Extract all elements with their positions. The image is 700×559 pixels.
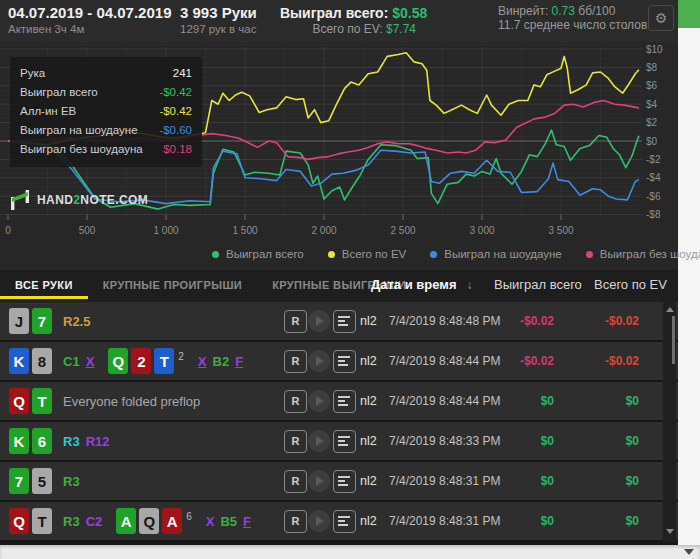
tab-all-hands[interactable]: ВСЕ РУКИ bbox=[0, 270, 88, 302]
card: Q bbox=[9, 508, 29, 534]
y-tick-label: $8 bbox=[646, 62, 658, 73]
tooltip-row: Выиграл без шоудауна$0.18 bbox=[20, 140, 192, 159]
session-header: 04.07.2019 - 04.07.2019 Активен 3ч 4м 3 … bbox=[0, 0, 678, 42]
column-header-total-ev[interactable]: Всего по EV bbox=[594, 270, 667, 302]
tooltip-label: Алл-ин ЕВ bbox=[20, 102, 76, 121]
table-row[interactable]: QTEveryone folded preflopRnl27/4/2019 8:… bbox=[0, 382, 678, 420]
ev-total-label: Всего по EV: bbox=[312, 22, 382, 36]
table-row[interactable]: K6R3R12Rnl27/4/2019 8:48:33 PM$0$0 bbox=[0, 422, 678, 460]
won-total-value: $0 bbox=[464, 394, 554, 408]
replayer-button[interactable]: R bbox=[284, 390, 307, 413]
legend-item[interactable]: Всего по EV bbox=[328, 248, 407, 260]
play-button[interactable] bbox=[308, 350, 330, 372]
card: Q bbox=[9, 388, 29, 414]
replayer-button[interactable]: R bbox=[284, 350, 307, 373]
won-total-value: $0 bbox=[464, 514, 554, 528]
x-tick-label: 3 500 bbox=[548, 225, 573, 236]
column-header-label: Выиграл всего bbox=[494, 277, 582, 292]
x-tick-label: 1 500 bbox=[232, 225, 257, 236]
card: 7 bbox=[9, 468, 29, 494]
legend-item[interactable]: Выиграл без шоудауна bbox=[586, 248, 700, 260]
hand-history-button[interactable] bbox=[333, 470, 356, 493]
hands-block: 3 993 Руки 1297 рук в час bbox=[180, 4, 257, 36]
card: 2 bbox=[131, 348, 151, 374]
total-ev-value: $0 bbox=[549, 434, 639, 448]
total-ev-value: $0 bbox=[549, 394, 639, 408]
hands-table: J7R2.5Rnl27/4/2019 8:48:48 PM-$0.02-$0.0… bbox=[0, 302, 678, 542]
scroll-down-icon[interactable] bbox=[666, 529, 674, 534]
stake-label: nl2 bbox=[360, 514, 377, 528]
table-scrollbar[interactable] bbox=[663, 302, 676, 542]
tooltip-row: Выиграл на шоудауне-$0.60 bbox=[20, 121, 192, 140]
stake-label: nl2 bbox=[360, 474, 377, 488]
scroll-up-icon[interactable] bbox=[666, 307, 674, 312]
card: K bbox=[9, 428, 29, 454]
play-button[interactable] bbox=[308, 310, 330, 332]
y-tick-label: $0 bbox=[646, 136, 658, 147]
window-scrollbar[interactable] bbox=[678, 0, 700, 545]
tooltip-label: Выиграл на шоудауне bbox=[20, 121, 138, 140]
card: Q bbox=[139, 508, 159, 534]
legend-dot-icon bbox=[328, 251, 335, 258]
results-graph[interactable]: 05001 0001 5002 0002 5003 0003 500$10$8$… bbox=[0, 42, 678, 270]
hands-per-hour: 1297 рук в час bbox=[180, 22, 257, 36]
card: A bbox=[162, 508, 182, 534]
table-row[interactable]: K8C1XQ2T2XB2FRnl27/4/2019 8:48:44 PM-$0.… bbox=[0, 342, 678, 380]
stake-label: nl2 bbox=[360, 314, 377, 328]
hand2note-logo-icon bbox=[9, 190, 31, 210]
winrate-label: Винрейт: bbox=[498, 4, 548, 18]
replayer-button[interactable]: R bbox=[284, 430, 307, 453]
tooltip-row: Алл-ин ЕВ-$0.42 bbox=[20, 102, 192, 121]
legend-item[interactable]: Выиграл всего bbox=[212, 248, 304, 260]
settings-gear-icon[interactable]: ⚙ bbox=[648, 5, 674, 31]
x-tick-label: 2 000 bbox=[311, 225, 336, 236]
column-header-date-time[interactable]: Дата и время↓ bbox=[371, 270, 473, 302]
action-label: F bbox=[235, 354, 243, 369]
legend-item[interactable]: Выиграл на шоудауне bbox=[430, 248, 562, 260]
players-count-sup: 2 bbox=[178, 351, 184, 362]
legend-dot-icon bbox=[430, 251, 437, 258]
play-button[interactable] bbox=[308, 430, 330, 452]
hand-history-button[interactable] bbox=[333, 430, 356, 453]
hand-history-button[interactable] bbox=[333, 310, 356, 333]
graph-legend: Выиграл всегоВсего по EVВыиграл на шоуда… bbox=[212, 248, 700, 260]
window-scroll-down-icon[interactable] bbox=[684, 549, 694, 555]
hand-history-button[interactable] bbox=[333, 390, 356, 413]
tooltip-row: Рука241 bbox=[20, 64, 192, 83]
replayer-button[interactable]: R bbox=[284, 470, 307, 493]
x-tick-label: 2 500 bbox=[390, 225, 415, 236]
won-total-value: $0.58 bbox=[392, 5, 427, 21]
card: 6 bbox=[32, 428, 52, 454]
hand-history-button[interactable] bbox=[333, 510, 356, 533]
stake-label: nl2 bbox=[360, 354, 377, 368]
players-count-sup: 6 bbox=[186, 511, 192, 522]
column-header-won-total[interactable]: Выиграл всего bbox=[494, 270, 582, 302]
window-bottom-frame bbox=[0, 545, 700, 559]
action-label: R12 bbox=[86, 434, 110, 449]
hand-history-button[interactable] bbox=[333, 350, 356, 373]
card: 7 bbox=[32, 308, 52, 334]
table-row[interactable]: 75R3Rnl27/4/2019 8:48:31 PM$0$0 bbox=[0, 462, 678, 500]
table-scrollbar-thumb[interactable] bbox=[672, 316, 675, 364]
card: T bbox=[32, 508, 52, 534]
table-row[interactable]: J7R2.5Rnl27/4/2019 8:48:48 PM-$0.02-$0.0… bbox=[0, 302, 678, 340]
winrate-value: 0.73 bbox=[552, 4, 575, 18]
column-header-label: Дата и время bbox=[371, 277, 457, 292]
hand-cells: QTR3C2AQA6XB5F bbox=[9, 502, 257, 540]
action-label: X bbox=[206, 514, 215, 529]
card: 8 bbox=[32, 348, 52, 374]
action-label: R2.5 bbox=[63, 314, 90, 329]
replayer-button[interactable]: R bbox=[284, 310, 307, 333]
play-button[interactable] bbox=[308, 470, 330, 492]
legend-dot-icon bbox=[586, 251, 593, 258]
replayer-button[interactable]: R bbox=[284, 510, 307, 533]
total-ev-value: $0 bbox=[549, 514, 639, 528]
won-total-value: $0 bbox=[464, 434, 554, 448]
action-label: R3 bbox=[63, 514, 80, 529]
tab-big-losses[interactable]: КРУПНЫЕ ПРОИГРЫШИ bbox=[88, 270, 257, 302]
window-scrollbar-thumb[interactable] bbox=[678, 0, 700, 28]
play-button[interactable] bbox=[308, 390, 330, 412]
table-row[interactable]: QTR3C2AQA6XB5FRnl27/4/2019 8:48:31 PM$0$… bbox=[0, 502, 678, 540]
play-button[interactable] bbox=[308, 510, 330, 532]
card: K bbox=[9, 348, 29, 374]
